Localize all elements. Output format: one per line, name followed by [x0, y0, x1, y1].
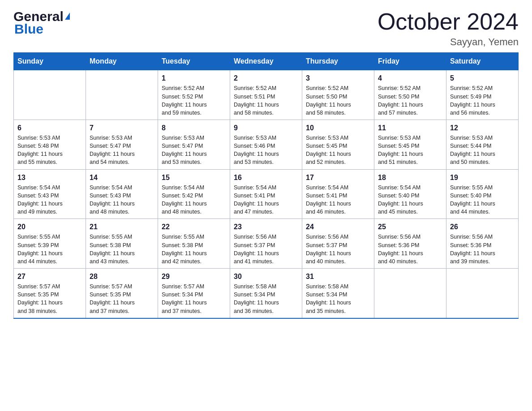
calendar-cell: 5Sunrise: 5:52 AM Sunset: 5:49 PM Daylig…	[446, 70, 519, 120]
day-number: 23	[234, 222, 298, 232]
sun-info: Sunrise: 5:55 AM Sunset: 5:39 PM Dayligh…	[17, 233, 82, 265]
calendar-week-row: 20Sunrise: 5:55 AM Sunset: 5:39 PM Dayli…	[14, 219, 519, 269]
day-number: 11	[378, 123, 442, 133]
sun-info: Sunrise: 5:56 AM Sunset: 5:37 PM Dayligh…	[306, 233, 370, 265]
calendar-cell: 27Sunrise: 5:57 AM Sunset: 5:35 PM Dayli…	[14, 268, 86, 318]
sun-info: Sunrise: 5:52 AM Sunset: 5:50 PM Dayligh…	[378, 84, 442, 117]
calendar-header-row: SundayMondayTuesdayWednesdayThursdayFrid…	[14, 53, 519, 70]
day-number: 15	[162, 172, 226, 183]
header-wednesday: Wednesday	[230, 53, 302, 70]
calendar-cell: 18Sunrise: 5:54 AM Sunset: 5:40 PM Dayli…	[374, 169, 446, 219]
day-number: 9	[234, 123, 298, 133]
sun-info: Sunrise: 5:58 AM Sunset: 5:34 PM Dayligh…	[234, 283, 298, 315]
sun-info: Sunrise: 5:54 AM Sunset: 5:43 PM Dayligh…	[17, 184, 82, 216]
day-number: 12	[450, 123, 515, 133]
calendar-cell: 7Sunrise: 5:53 AM Sunset: 5:47 PM Daylig…	[86, 120, 158, 169]
sun-info: Sunrise: 5:56 AM Sunset: 5:36 PM Dayligh…	[450, 233, 515, 265]
day-number: 2	[234, 73, 298, 83]
day-number: 3	[306, 73, 370, 83]
calendar-cell: 6Sunrise: 5:53 AM Sunset: 5:48 PM Daylig…	[14, 120, 86, 169]
day-number: 5	[450, 73, 515, 83]
calendar-cell: 29Sunrise: 5:57 AM Sunset: 5:34 PM Dayli…	[158, 268, 230, 318]
logo: General Blue	[13, 9, 70, 37]
sun-info: Sunrise: 5:54 AM Sunset: 5:43 PM Dayligh…	[90, 184, 154, 216]
header-tuesday: Tuesday	[158, 53, 230, 70]
sun-info: Sunrise: 5:52 AM Sunset: 5:51 PM Dayligh…	[234, 84, 298, 117]
sun-info: Sunrise: 5:53 AM Sunset: 5:44 PM Dayligh…	[450, 134, 515, 167]
calendar-cell: 14Sunrise: 5:54 AM Sunset: 5:43 PM Dayli…	[86, 169, 158, 219]
day-number: 1	[162, 73, 226, 83]
calendar-cell: 26Sunrise: 5:56 AM Sunset: 5:36 PM Dayli…	[446, 219, 519, 269]
sun-info: Sunrise: 5:53 AM Sunset: 5:45 PM Dayligh…	[306, 134, 370, 167]
calendar-cell: 9Sunrise: 5:53 AM Sunset: 5:46 PM Daylig…	[230, 120, 302, 169]
day-number: 14	[90, 172, 154, 183]
calendar-cell: 20Sunrise: 5:55 AM Sunset: 5:39 PM Dayli…	[14, 219, 86, 269]
day-number: 22	[162, 222, 226, 232]
calendar-cell: 17Sunrise: 5:54 AM Sunset: 5:41 PM Dayli…	[302, 169, 374, 219]
day-number: 4	[378, 73, 442, 83]
day-number: 29	[162, 271, 226, 282]
sun-info: Sunrise: 5:53 AM Sunset: 5:47 PM Dayligh…	[162, 134, 226, 167]
logo-blue-text: Blue	[14, 21, 43, 37]
day-number: 30	[234, 271, 298, 282]
calendar-cell	[374, 268, 446, 318]
sun-info: Sunrise: 5:53 AM Sunset: 5:46 PM Dayligh…	[234, 134, 298, 167]
location: Sayyan, Yemen	[378, 36, 519, 48]
calendar-cell: 30Sunrise: 5:58 AM Sunset: 5:34 PM Dayli…	[230, 268, 302, 318]
sun-info: Sunrise: 5:53 AM Sunset: 5:48 PM Dayligh…	[17, 134, 82, 167]
day-number: 18	[378, 172, 442, 183]
calendar-cell: 16Sunrise: 5:54 AM Sunset: 5:41 PM Dayli…	[230, 169, 302, 219]
day-number: 27	[17, 271, 82, 282]
day-number: 10	[306, 123, 370, 133]
calendar-cell: 8Sunrise: 5:53 AM Sunset: 5:47 PM Daylig…	[158, 120, 230, 169]
calendar-table: SundayMondayTuesdayWednesdayThursdayFrid…	[13, 52, 519, 318]
header-friday: Friday	[374, 53, 446, 70]
calendar-cell: 12Sunrise: 5:53 AM Sunset: 5:44 PM Dayli…	[446, 120, 519, 169]
page-header: General Blue October 2024 Sayyan, Yemen	[13, 9, 519, 48]
title-block: October 2024 Sayyan, Yemen	[378, 9, 519, 48]
calendar-cell: 24Sunrise: 5:56 AM Sunset: 5:37 PM Dayli…	[302, 219, 374, 269]
calendar-cell	[14, 70, 86, 120]
calendar-cell	[446, 268, 519, 318]
calendar-cell: 22Sunrise: 5:55 AM Sunset: 5:38 PM Dayli…	[158, 219, 230, 269]
day-number: 8	[162, 123, 226, 133]
day-number: 7	[90, 123, 154, 133]
day-number: 16	[234, 172, 298, 183]
sun-info: Sunrise: 5:57 AM Sunset: 5:35 PM Dayligh…	[17, 283, 82, 315]
sun-info: Sunrise: 5:58 AM Sunset: 5:34 PM Dayligh…	[306, 283, 370, 315]
calendar-cell	[86, 70, 158, 120]
calendar-cell: 1Sunrise: 5:52 AM Sunset: 5:52 PM Daylig…	[158, 70, 230, 120]
calendar-cell: 19Sunrise: 5:55 AM Sunset: 5:40 PM Dayli…	[446, 169, 519, 219]
calendar-cell: 23Sunrise: 5:56 AM Sunset: 5:37 PM Dayli…	[230, 219, 302, 269]
calendar-week-row: 27Sunrise: 5:57 AM Sunset: 5:35 PM Dayli…	[14, 268, 519, 318]
sun-info: Sunrise: 5:54 AM Sunset: 5:41 PM Dayligh…	[306, 184, 370, 216]
calendar-cell: 4Sunrise: 5:52 AM Sunset: 5:50 PM Daylig…	[374, 70, 446, 120]
sun-info: Sunrise: 5:55 AM Sunset: 5:38 PM Dayligh…	[90, 233, 154, 265]
day-number: 25	[378, 222, 442, 232]
day-number: 31	[306, 271, 370, 282]
header-monday: Monday	[86, 53, 158, 70]
header-thursday: Thursday	[302, 53, 374, 70]
sun-info: Sunrise: 5:52 AM Sunset: 5:49 PM Dayligh…	[450, 84, 515, 117]
sun-info: Sunrise: 5:53 AM Sunset: 5:47 PM Dayligh…	[90, 134, 154, 167]
day-number: 21	[90, 222, 154, 232]
day-number: 17	[306, 172, 370, 183]
calendar-cell: 25Sunrise: 5:56 AM Sunset: 5:36 PM Dayli…	[374, 219, 446, 269]
calendar-cell: 31Sunrise: 5:58 AM Sunset: 5:34 PM Dayli…	[302, 268, 374, 318]
calendar-cell: 28Sunrise: 5:57 AM Sunset: 5:35 PM Dayli…	[86, 268, 158, 318]
day-number: 19	[450, 172, 515, 183]
day-number: 13	[17, 172, 82, 183]
sun-info: Sunrise: 5:57 AM Sunset: 5:35 PM Dayligh…	[90, 283, 154, 315]
day-number: 20	[17, 222, 82, 232]
sun-info: Sunrise: 5:53 AM Sunset: 5:45 PM Dayligh…	[378, 134, 442, 167]
sun-info: Sunrise: 5:56 AM Sunset: 5:36 PM Dayligh…	[378, 233, 442, 265]
sun-info: Sunrise: 5:55 AM Sunset: 5:40 PM Dayligh…	[450, 184, 515, 216]
calendar-week-row: 13Sunrise: 5:54 AM Sunset: 5:43 PM Dayli…	[14, 169, 519, 219]
calendar-cell: 10Sunrise: 5:53 AM Sunset: 5:45 PM Dayli…	[302, 120, 374, 169]
calendar-cell: 21Sunrise: 5:55 AM Sunset: 5:38 PM Dayli…	[86, 219, 158, 269]
sun-info: Sunrise: 5:52 AM Sunset: 5:50 PM Dayligh…	[306, 84, 370, 117]
sun-info: Sunrise: 5:57 AM Sunset: 5:34 PM Dayligh…	[162, 283, 226, 315]
day-number: 28	[90, 271, 154, 282]
sun-info: Sunrise: 5:54 AM Sunset: 5:41 PM Dayligh…	[234, 184, 298, 216]
sun-info: Sunrise: 5:56 AM Sunset: 5:37 PM Dayligh…	[234, 233, 298, 265]
